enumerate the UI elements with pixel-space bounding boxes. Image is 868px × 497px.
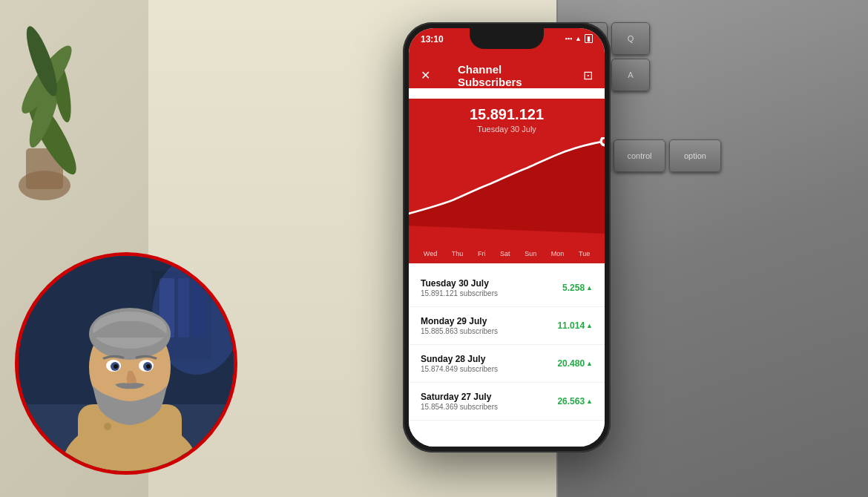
- stat-row-0[interactable]: Tuesday 30 July 15.891.121 subscribers 5…: [409, 269, 605, 307]
- stat-info-2: Sunday 28 July 15.874.849 subscribers: [421, 354, 557, 373]
- battery-icon: ▮: [585, 34, 593, 43]
- stat-row-1[interactable]: Monday 29 July 15.885.863 subscribers 11…: [409, 307, 605, 345]
- status-icons: ▪▪▪ ▲ ▮: [565, 34, 594, 43]
- stat-date-0: Tuesday 30 July: [421, 278, 562, 289]
- chart-date: Tuesday 30 July: [409, 125, 605, 134]
- stat-date-1: Monday 29 July: [421, 316, 557, 326]
- stat-info-3: Saturday 27 July 15.854.369 subscribers: [421, 392, 557, 411]
- phone-frame: 13:10 ▪▪▪ ▲ ▮ ✕ Channel Subscribers ⊡ 15…: [403, 22, 611, 452]
- key-row-1: → Q: [569, 22, 857, 55]
- camera-button[interactable]: ⊡: [583, 68, 593, 82]
- stat-subs-0: 15.891.121 subscribers: [421, 289, 562, 297]
- stat-subs-2: 15.874.849 subscribers: [421, 365, 557, 373]
- control-key[interactable]: control: [614, 139, 665, 172]
- status-time: 13:10: [421, 34, 444, 45]
- phone-screen: 13:10 ▪▪▪ ▲ ▮ ✕ Channel Subscribers ⊡ 15…: [409, 28, 605, 447]
- signal-icon: ▪▪▪: [565, 35, 573, 42]
- day-mon: Mon: [551, 250, 565, 257]
- person-circle: [15, 252, 237, 475]
- a-key[interactable]: A: [611, 59, 650, 91]
- day-wed: Wed: [424, 250, 437, 257]
- plant-decoration: [0, 0, 148, 223]
- wifi-icon: ▲: [575, 35, 582, 42]
- day-labels: Wed Thu Fri Sat Sun Mon Tue: [409, 247, 605, 263]
- person-background: [19, 256, 234, 471]
- subscriber-chart: [409, 137, 605, 234]
- day-fri: Fri: [478, 250, 486, 257]
- header-title: Channel Subscribers: [458, 63, 556, 88]
- q-key[interactable]: Q: [611, 22, 650, 55]
- stat-subs-1: 15.885.863 subscribers: [421, 327, 557, 335]
- stat-date-3: Saturday 27 July: [421, 392, 557, 402]
- key-row-2: ⇧ A: [569, 59, 857, 91]
- day-tue: Tue: [579, 250, 590, 257]
- stat-change-1: 11.014: [557, 320, 593, 331]
- phone-notch: [470, 28, 544, 49]
- option-key[interactable]: option: [669, 139, 721, 172]
- day-sun: Sun: [525, 250, 536, 257]
- stat-info-0: Tuesday 30 July 15.891.121 subscribers: [421, 278, 562, 297]
- subscriber-count: 15.891.121: [409, 99, 605, 123]
- stat-change-2: 20.480: [557, 358, 593, 369]
- phone-device: 13:10 ▪▪▪ ▲ ▮ ✕ Channel Subscribers ⊡ 15…: [403, 22, 611, 452]
- svg-point-27: [104, 423, 111, 430]
- stat-info-1: Monday 29 July 15.885.863 subscribers: [421, 316, 557, 335]
- app-header: ✕ Channel Subscribers ⊡: [409, 61, 605, 88]
- svg-point-26: [146, 364, 151, 369]
- background-scene: → Q ⇧ A fn: [0, 0, 868, 497]
- day-sat: Sat: [500, 250, 510, 257]
- key-row-3: fn control option: [569, 139, 857, 172]
- stat-change-3: 26.563: [557, 396, 593, 407]
- day-thu: Thu: [452, 250, 464, 257]
- stat-change-0: 5.258: [562, 283, 593, 293]
- person-illustration: [19, 256, 234, 471]
- stat-row-3[interactable]: Saturday 27 July 15.854.369 subscribers …: [409, 383, 605, 421]
- svg-point-25: [114, 364, 118, 369]
- stat-row-2[interactable]: Sunday 28 July 15.874.849 subscribers 20…: [409, 345, 605, 383]
- stats-list[interactable]: Tuesday 30 July 15.891.121 subscribers 5…: [409, 269, 605, 447]
- stat-subs-3: 15.854.369 subscribers: [421, 403, 557, 411]
- close-button[interactable]: ✕: [421, 68, 430, 82]
- chart-area: 15.891.121 Tuesday 30 July: [409, 99, 605, 247]
- person-avatar-container: [15, 252, 237, 475]
- stat-date-2: Sunday 28 July: [421, 354, 557, 364]
